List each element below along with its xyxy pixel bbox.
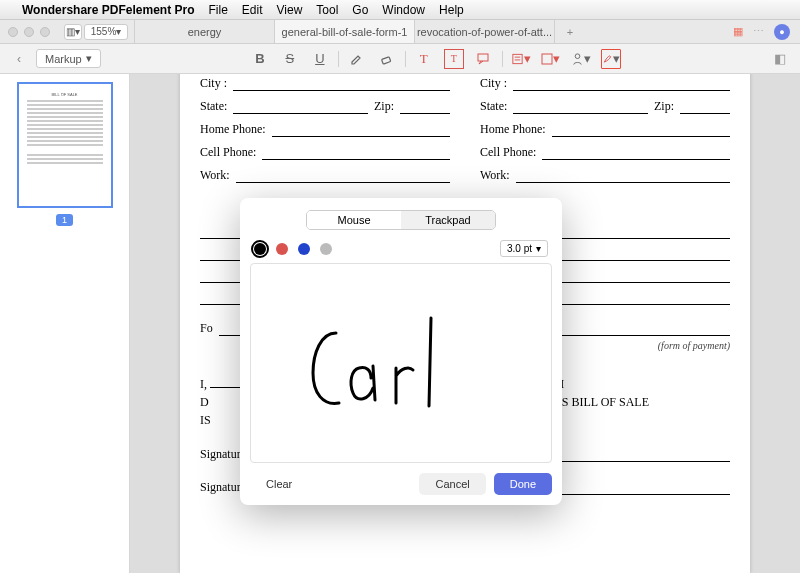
more-icon[interactable]: ⋯ (753, 25, 764, 38)
lbl-work: Work: (200, 168, 230, 183)
mode-dropdown[interactable]: Markup▾ (36, 49, 101, 68)
eraser-icon[interactable] (377, 49, 397, 69)
dialog-buttons: Clear Cancel Done (250, 473, 552, 495)
note-icon[interactable]: ▾ (511, 49, 531, 69)
svg-rect-0 (381, 56, 390, 63)
done-button[interactable]: Done (494, 473, 552, 495)
toolbar: ‹ Markup▾ B S U T T ▾ ▾ ▾ ▾ (0, 44, 800, 74)
stroke-width-select[interactable]: 3.0 pt▾ (500, 240, 548, 257)
menu-help[interactable]: Help (439, 3, 464, 17)
textbox-icon[interactable]: T (444, 49, 464, 69)
page-number-badge: 1 (56, 214, 73, 226)
lbl-city: City : (200, 76, 227, 91)
svg-rect-2 (513, 54, 522, 63)
zoom-level[interactable]: 155%▾ (84, 24, 128, 40)
menu-file[interactable]: File (209, 3, 228, 17)
bold-icon[interactable]: B (250, 49, 270, 69)
app-name[interactable]: Wondershare PDFelement Pro (22, 3, 195, 17)
input-mode-segment: Mouse Trackpad (306, 210, 496, 230)
color-blue[interactable] (298, 243, 310, 255)
signature-person-icon[interactable]: ▾ (571, 49, 591, 69)
callout-icon[interactable] (474, 49, 494, 69)
menu-go[interactable]: Go (352, 3, 368, 17)
underline-icon[interactable]: U (310, 49, 330, 69)
close-dot[interactable] (8, 27, 18, 37)
min-dot[interactable] (24, 27, 34, 37)
text-style-group: B S U (250, 49, 330, 69)
page-thumbnail[interactable]: BILL OF SALE (17, 82, 113, 208)
max-dot[interactable] (40, 27, 50, 37)
menu-view[interactable]: View (277, 3, 303, 17)
lbl-cell: Cell Phone: (200, 145, 256, 160)
tab-bill-of-sale[interactable]: general-bill-of-sale-form-1 (275, 20, 415, 43)
svg-rect-1 (478, 54, 488, 61)
user-avatar[interactable]: ● (774, 24, 790, 40)
field-city-r[interactable] (513, 79, 730, 91)
highlight-icon[interactable] (347, 49, 367, 69)
field-city-l[interactable] (233, 79, 450, 91)
tab-energy[interactable]: energy (135, 20, 275, 43)
color-gray[interactable] (320, 243, 332, 255)
menu-tool[interactable]: Tool (316, 3, 338, 17)
apps-grid-icon[interactable]: ▦ (733, 25, 743, 38)
new-tab-button[interactable]: + (555, 20, 585, 43)
tab-revocation[interactable]: revocation-of-power-of-att... (415, 20, 555, 43)
system-menubar: Wondershare PDFelement Pro File Edit Vie… (0, 0, 800, 20)
menu-edit[interactable]: Edit (242, 3, 263, 17)
thumbnail-sidebar: BILL OF SALE 1 (0, 74, 130, 573)
zoom-controls: ▥▾ 155%▾ (58, 20, 135, 43)
sidebar-toggle-icon[interactable]: ▥▾ (64, 24, 82, 40)
tab-bar: ▥▾ 155%▾ energy general-bill-of-sale-for… (0, 20, 800, 44)
cancel-button[interactable]: Cancel (419, 473, 485, 495)
segment-trackpad[interactable]: Trackpad (401, 211, 495, 229)
draw-pen-icon[interactable]: ▾ (601, 49, 621, 69)
color-red[interactable] (276, 243, 288, 255)
svg-rect-5 (542, 54, 552, 64)
segment-mouse[interactable]: Mouse (307, 211, 401, 229)
svg-point-6 (575, 53, 580, 58)
panel-toggle-icon[interactable]: ◧ (770, 49, 790, 69)
color-row: 3.0 pt▾ (250, 238, 552, 263)
lbl-state: State: (200, 99, 227, 114)
strike-icon[interactable]: S (280, 49, 300, 69)
window-controls (0, 20, 58, 43)
color-black[interactable] (254, 243, 266, 255)
back-icon[interactable]: ‹ (10, 52, 28, 66)
lbl-home: Home Phone: (200, 122, 266, 137)
signature-dialog: Mouse Trackpad 3.0 pt▾ Clear Cancel Done (240, 198, 562, 505)
shape-icon[interactable]: ▾ (541, 49, 561, 69)
clear-button[interactable]: Clear (250, 473, 308, 495)
text-annotation-icon[interactable]: T (414, 49, 434, 69)
signature-canvas[interactable] (250, 263, 552, 463)
menu-window[interactable]: Window (382, 3, 425, 17)
